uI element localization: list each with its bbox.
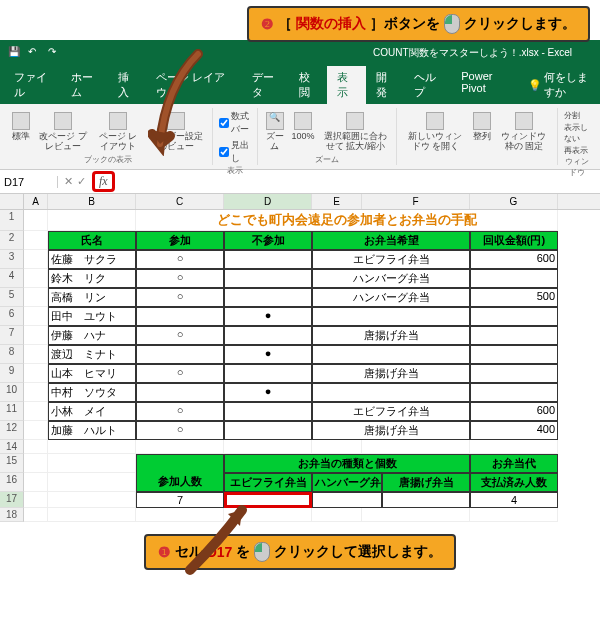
cell-nojoin[interactable] xyxy=(224,288,312,307)
col-header[interactable]: F xyxy=(362,194,470,209)
cell-fee[interactable] xyxy=(470,326,558,345)
cell-bento[interactable] xyxy=(312,307,470,326)
cell-bento[interactable]: 唐揚げ弁当 xyxy=(312,364,470,383)
btn-pagelayout-view[interactable]: ページ レイアウト xyxy=(94,110,143,154)
col-header[interactable]: E xyxy=(312,194,362,209)
tell-me[interactable]: 💡何をしますか xyxy=(528,66,596,104)
row-header[interactable]: 6 xyxy=(0,307,24,326)
cell-nojoin[interactable] xyxy=(224,326,312,345)
cell-join[interactable]: ○ xyxy=(136,288,224,307)
cell-bento[interactable]: 唐揚げ弁当 xyxy=(312,421,470,440)
col-header[interactable]: D xyxy=(224,194,312,209)
btn-100[interactable]: 100% xyxy=(290,110,317,154)
cell-name[interactable]: 佐藤 サクラ xyxy=(48,250,136,269)
tab-data[interactable]: データ xyxy=(242,66,289,104)
cell-bento[interactable]: 唐揚げ弁当 xyxy=(312,326,470,345)
row-header[interactable]: 18 xyxy=(0,508,24,522)
table-title[interactable]: どこでも町内会遠足の参加者とお弁当の手配 xyxy=(136,210,558,231)
cell-name[interactable]: 渡辺 ミナト xyxy=(48,345,136,364)
col-header[interactable]: A xyxy=(24,194,48,209)
btn-pagebreak-view[interactable]: 改ページ プレビュー xyxy=(36,110,90,154)
cell-name[interactable]: 山本 ヒマリ xyxy=(48,364,136,383)
enter-icon[interactable]: ✓ xyxy=(77,175,86,188)
cell-join[interactable] xyxy=(136,345,224,364)
row-header[interactable]: 11 xyxy=(0,402,24,421)
tab-view[interactable]: 表示 xyxy=(327,66,365,104)
cell-fee[interactable]: 400 xyxy=(470,421,558,440)
tab-powerpivot[interactable]: Power Pivot xyxy=(451,66,520,104)
th-participants[interactable] xyxy=(136,454,224,473)
tab-review[interactable]: 校閲 xyxy=(289,66,327,104)
btn-new-window[interactable]: 新しいウィンドウ を開く xyxy=(403,110,467,163)
cell-join[interactable]: ○ xyxy=(136,402,224,421)
btn-arrange[interactable]: 整列 xyxy=(471,110,493,163)
row-header[interactable]: 2 xyxy=(0,231,24,250)
tab-help[interactable]: ヘルプ xyxy=(404,66,451,104)
cell-bento[interactable] xyxy=(312,345,470,364)
col-header[interactable]: C xyxy=(136,194,224,209)
cell-bento[interactable]: エビフライ弁当 xyxy=(312,402,470,421)
cell-bento[interactable]: ハンバーグ弁当 xyxy=(312,269,470,288)
save-icon[interactable]: 💾 xyxy=(8,46,22,60)
cell-bento[interactable]: ハンバーグ弁当 xyxy=(312,288,470,307)
cell-bento[interactable] xyxy=(312,383,470,402)
redo-icon[interactable]: ↷ xyxy=(48,46,62,60)
tab-file[interactable]: ファイル xyxy=(4,66,61,104)
row-header[interactable]: 10 xyxy=(0,383,24,402)
th-bento[interactable]: お弁当希望 xyxy=(312,231,470,250)
cell-nojoin[interactable]: ● xyxy=(224,345,312,364)
undo-icon[interactable]: ↶ xyxy=(28,46,42,60)
th-bento-fee[interactable]: お弁当代 xyxy=(470,454,558,473)
cell-fee[interactable] xyxy=(470,269,558,288)
btn-zoom[interactable]: 🔍ズーム xyxy=(264,110,286,154)
cell-name[interactable]: 加藤 ハルト xyxy=(48,421,136,440)
cell-paid[interactable]: 4 xyxy=(470,492,558,508)
row-header[interactable]: 9 xyxy=(0,364,24,383)
th-ebi[interactable]: エビフライ弁当 xyxy=(224,473,312,492)
cell-name[interactable]: 高橋 リン xyxy=(48,288,136,307)
cell-join[interactable] xyxy=(136,307,224,326)
row-header[interactable]: 17 xyxy=(0,492,24,508)
cell-name[interactable]: 田中 ユウト xyxy=(48,307,136,326)
btn-split[interactable]: 分割 xyxy=(564,110,590,121)
cell-nojoin[interactable]: ● xyxy=(224,307,312,326)
row-header[interactable]: 12 xyxy=(0,421,24,440)
th-nojoin[interactable]: 不参加 xyxy=(224,231,312,250)
cancel-icon[interactable]: ✕ xyxy=(64,175,73,188)
cell-bento[interactable]: エビフライ弁当 xyxy=(312,250,470,269)
tab-home[interactable]: ホーム xyxy=(61,66,108,104)
btn-zoom-selection[interactable]: 選択範囲に合わせて 拡大/縮小 xyxy=(321,110,391,154)
cell-nojoin[interactable] xyxy=(224,250,312,269)
cell-join[interactable]: ○ xyxy=(136,421,224,440)
cell-name[interactable]: 鈴木 リク xyxy=(48,269,136,288)
cell-nojoin[interactable] xyxy=(224,364,312,383)
th-bento-kind[interactable]: お弁当の種類と個数 xyxy=(224,454,470,473)
btn-normal-view[interactable]: 標準 xyxy=(10,110,32,154)
row-header[interactable]: 3 xyxy=(0,250,24,269)
btn-freeze[interactable]: ウィンドウ枠の 固定 xyxy=(497,110,550,163)
cell-name[interactable]: 小林 メイ xyxy=(48,402,136,421)
check-formula-bar[interactable]: 数式バー xyxy=(219,110,251,136)
row-header[interactable]: 1 xyxy=(0,210,24,231)
select-all-corner[interactable] xyxy=(0,194,24,209)
name-box[interactable]: D17 xyxy=(0,176,58,188)
row-header[interactable]: 14 xyxy=(0,440,24,454)
cell-ham-count[interactable] xyxy=(312,492,382,508)
cell-join[interactable]: ○ xyxy=(136,326,224,345)
cell-name[interactable]: 中村 ソウタ xyxy=(48,383,136,402)
row-header[interactable]: 8 xyxy=(0,345,24,364)
row-header[interactable]: 4 xyxy=(0,269,24,288)
th-participants[interactable]: 参加人数 xyxy=(136,473,224,492)
col-header[interactable]: G xyxy=(470,194,558,209)
th-kara[interactable]: 唐揚げ弁当 xyxy=(382,473,470,492)
cell-nojoin[interactable] xyxy=(224,269,312,288)
th-paid[interactable]: 支払済み人数 xyxy=(470,473,558,492)
cell-join[interactable] xyxy=(136,383,224,402)
row-header[interactable]: 16 xyxy=(0,473,24,492)
cell-fee[interactable] xyxy=(470,364,558,383)
btn-unhide[interactable]: 再表示 xyxy=(564,145,590,156)
cell-nojoin[interactable] xyxy=(224,421,312,440)
check-headings[interactable]: 見出し xyxy=(219,139,251,165)
cell-nojoin[interactable]: ● xyxy=(224,383,312,402)
row-header[interactable]: 7 xyxy=(0,326,24,345)
